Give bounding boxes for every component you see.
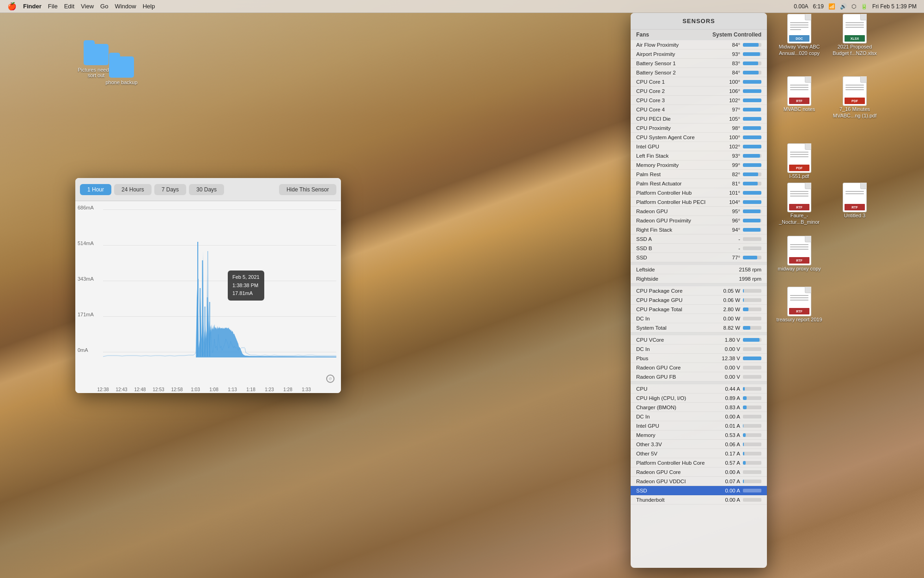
go-menu[interactable]: Go — [100, 3, 108, 10]
sensor-panel-body[interactable]: Fans System Controlled Air Flow Proximit… — [631, 30, 767, 568]
window-menu[interactable]: Window — [115, 3, 136, 10]
sensor-row-palm-act[interactable]: Palm Rest Actuator 81° — [631, 179, 767, 188]
sensor-row-radeon[interactable]: Radeon GPU 95° — [631, 207, 767, 216]
sensor-row-radeon-vddci-a[interactable]: Radeon GPU VDDCI 0.07 A — [631, 477, 767, 486]
l-551-icon[interactable]: PDF l-551.pdf — [776, 143, 822, 179]
x-label-103: 1:03 — [191, 387, 200, 392]
y-label-686: 686mA — [78, 205, 94, 210]
sensor-row-ssd[interactable]: SSD 77° — [631, 253, 767, 262]
x-label-133: 1:33 — [302, 387, 310, 392]
sensor-row-rightside[interactable]: Rightside 1998 rpm — [631, 274, 767, 283]
sensor-row-radeon-core-v[interactable]: Radeon GPU Core 0.00 V — [631, 363, 767, 372]
sensor-row-cpu3[interactable]: CPU Core 3 102° — [631, 96, 767, 105]
svg-rect-4 — [202, 260, 203, 357]
svg-rect-7 — [209, 302, 210, 357]
graph-clock-icon[interactable]: ⏱ — [326, 375, 334, 383]
sensor-row-thunderbolt-a[interactable]: Thunderbolt 0.00 A — [631, 495, 767, 504]
untitled3-label: Untitled 3 — [832, 212, 878, 219]
sensor-row-cpu-high-a[interactable]: CPU High (CPU, I/O) 0.89 A — [631, 394, 767, 403]
battery-icon: 🔋 — [861, 3, 868, 10]
sensor-row-air-flow[interactable]: Air Flow Proximity 84° — [631, 40, 767, 49]
30-days-button[interactable]: 30 Days — [189, 184, 224, 195]
sensor-row-palm-rest[interactable]: Palm Rest 82° — [631, 170, 767, 179]
proposed-budget-icon[interactable]: XLSX 2021 Proposed Budget f...NZO.xlsx — [832, 14, 878, 57]
7-days-button[interactable]: 7 Days — [154, 184, 186, 195]
wifi-icon: 📶 — [828, 3, 835, 10]
sensor-row-cpu-prox[interactable]: CPU Proximity 98° — [631, 123, 767, 133]
sensor-row-other33-a[interactable]: Other 3.3V 0.06 A — [631, 440, 767, 449]
y-label-343: 343mA — [78, 276, 94, 282]
sensor-row-ssd-a[interactable]: SSD A - — [631, 234, 767, 244]
sensor-row-cpu-pkg-gpu[interactable]: CPU Package GPU 0.06 W — [631, 295, 767, 305]
help-menu[interactable]: Help — [143, 3, 155, 10]
sensor-row-battery2[interactable]: Battery Sensor 2 84° — [631, 68, 767, 77]
1-hour-button[interactable]: 1 Hour — [80, 184, 111, 195]
svg-rect-5 — [205, 307, 206, 357]
x-label-1243: 12:43 — [116, 387, 127, 392]
x-label-128: 1:28 — [283, 387, 292, 392]
sensor-row-radeon-fb-v[interactable]: Radeon GPU FB 0.00 V — [631, 372, 767, 381]
fans-section-header: Fans System Controlled — [631, 30, 767, 40]
sensor-row-intel-gpu[interactable]: Intel GPU 102° — [631, 142, 767, 151]
sensor-row-intel-gpu-a[interactable]: Intel GPU 0.01 A — [631, 421, 767, 430]
sensor-row-cpu-pkg-core[interactable]: CPU Package Core 0.05 W — [631, 286, 767, 295]
finder-menu[interactable]: Finder — [23, 3, 42, 10]
battery-time: 6:19 — [813, 3, 824, 10]
sensor-row-radeon-prox[interactable]: Radeon GPU Proximity 96° — [631, 216, 767, 225]
graph-window: 1 Hour 24 Hours 7 Days 30 Days Hide This… — [75, 178, 341, 393]
sensor-row-cpu-pkg-total[interactable]: CPU Package Total 2.80 W — [631, 305, 767, 314]
midway-view-icon[interactable]: DOC Midway View ABC Annual...020 copy — [776, 14, 822, 57]
x-label-1238: 12:38 — [97, 387, 109, 392]
hide-sensor-button[interactable]: Hide This Sensor — [279, 184, 336, 195]
svg-rect-6 — [207, 297, 208, 357]
sensor-row-memory-a[interactable]: Memory 0.53 A — [631, 430, 767, 440]
sensor-row-right-fin[interactable]: Right Fin Stack 94° — [631, 225, 767, 234]
faure-icon[interactable]: RTF Faure_-_Noctur...B_minor — [776, 183, 822, 226]
file-menu[interactable]: File — [48, 3, 58, 10]
sensor-row-cpu2[interactable]: CPU Core 2 106° — [631, 86, 767, 96]
x-label-123: 1:23 — [265, 387, 274, 392]
sensor-row-pch-core-a[interactable]: Platform Controller Hub Core 0.57 A — [631, 458, 767, 467]
sensor-row-radeon-core-a[interactable]: Radeon GPU Core 0.00 A — [631, 467, 767, 477]
sensor-row-pch-peci[interactable]: Platform Controller Hub PECI 104° — [631, 197, 767, 207]
graph-canvas: 686mA 514mA 343mA 171mA 0mA — [75, 201, 341, 393]
midway-proxy-label: midway proxy copy — [776, 265, 822, 272]
sensor-row-battery1[interactable]: Battery Sensor 1 83° — [631, 59, 767, 68]
sensor-row-dc-in-w[interactable]: DC In 0.00 W — [631, 314, 767, 323]
x-label-1253: 12:53 — [152, 387, 164, 392]
current-app-indicator: 0.00A — [794, 3, 808, 10]
midway-view-label: Midway View ABC Annual...020 copy — [776, 43, 822, 57]
sensor-row-other5v-a[interactable]: Other 5V 0.17 A — [631, 449, 767, 458]
sensor-row-leftside[interactable]: Leftside 2158 rpm — [631, 265, 767, 274]
7-16-minutes-icon[interactable]: PDF 7_16 Minutes MVABC...ng (1).pdf — [832, 76, 878, 119]
sensor-row-charger-a[interactable]: Charger (BMON) 0.83 A — [631, 403, 767, 412]
sensor-row-left-fin[interactable]: Left Fin Stack 93° — [631, 151, 767, 160]
l-551-label: l-551.pdf — [776, 173, 822, 179]
view-menu[interactable]: View — [81, 3, 94, 10]
sensor-row-cpu-vcore[interactable]: CPU VCore 1.80 V — [631, 335, 767, 344]
sensor-row-ssd-a-current[interactable]: SSD 0.00 A — [631, 486, 767, 495]
phone-backup-folder[interactable]: phone backup — [101, 56, 142, 85]
sensor-row-memory-prox[interactable]: Memory Proximity 99° — [631, 160, 767, 170]
y-label-514: 514mA — [78, 240, 94, 246]
midway-proxy-icon[interactable]: RTF midway proxy copy — [776, 236, 822, 272]
treasury-icon[interactable]: RTF treasury report 2019 — [776, 287, 822, 323]
sensor-row-sys-total[interactable]: System Total 8.82 W — [631, 323, 767, 332]
sensor-row-dc-in-a[interactable]: DC In 0.00 A — [631, 412, 767, 421]
sensor-row-cpu-peci[interactable]: CPU PECI Die 105° — [631, 114, 767, 123]
24-hours-button[interactable]: 24 Hours — [114, 184, 152, 195]
untitled3-icon[interactable]: RTF Untitled 3 — [832, 183, 878, 219]
apple-menu-icon[interactable]: 🍎 — [7, 2, 17, 11]
sensor-row-cpu4[interactable]: CPU Core 4 97° — [631, 105, 767, 114]
x-label-1258: 12:58 — [171, 387, 182, 392]
sensor-row-airport[interactable]: Airport Proximity 93° — [631, 49, 767, 59]
sensor-row-cpu1[interactable]: CPU Core 1 100° — [631, 77, 767, 86]
edit-menu[interactable]: Edit — [64, 3, 74, 10]
sensor-row-ssd-b[interactable]: SSD B - — [631, 244, 767, 253]
sensor-row-pch[interactable]: Platform Controller Hub 101° — [631, 188, 767, 197]
mvabc-notes-icon[interactable]: RTF MVABC notes — [776, 76, 822, 112]
sensor-row-pbus[interactable]: Pbus 12.38 V — [631, 354, 767, 363]
sensor-row-dc-in-v[interactable]: DC In 0.00 V — [631, 344, 767, 354]
sensor-row-cpu-sys[interactable]: CPU System Agent Core 100° — [631, 133, 767, 142]
sensor-row-cpu-a[interactable]: CPU 0.44 A — [631, 384, 767, 394]
